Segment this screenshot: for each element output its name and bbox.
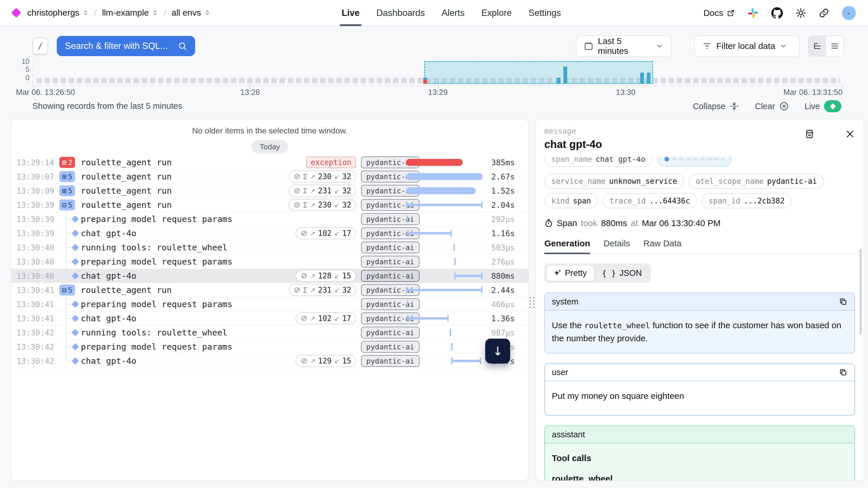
scroll-to-bottom-button[interactable]: ↓	[485, 339, 510, 363]
log-row[interactable]: 13:30:40preparing model request paramspy…	[11, 255, 528, 269]
nav-tab-alerts[interactable]: Alerts	[441, 0, 464, 26]
timeline-bar-segment	[563, 67, 567, 84]
tree-view-icon[interactable]	[809, 36, 826, 56]
nav-tab-live[interactable]: Live	[342, 0, 360, 26]
list-view-icon[interactable]	[826, 36, 843, 56]
time-range-dropdown[interactable]: Last 5 minutes	[576, 35, 672, 57]
log-row[interactable]: 13:30:41⊟5roulette_agent runΣ↗231↙32pyda…	[11, 283, 528, 297]
input-tokens-arrow-icon: ↗	[310, 230, 315, 237]
log-timestamp: 13:30:41	[17, 300, 54, 309]
log-row[interactable]: 13:30:41preparing model request paramspy…	[11, 297, 528, 312]
theme-icon[interactable]	[796, 8, 806, 18]
slack-icon[interactable]	[748, 7, 758, 19]
breadcrumb-item[interactable]: llm-example	[102, 8, 159, 18]
span-name: roulette_agent run	[81, 158, 172, 167]
bar-cap	[451, 357, 453, 364]
docs-link[interactable]: Docs	[704, 8, 735, 18]
attribute-pill: otel_scope_namepydantic-ai	[689, 174, 824, 189]
duration-text: 2.67s	[491, 172, 515, 181]
log-row[interactable]: 13:30:39chat gpt-4o↗102↙17pydantic-ai1.1…	[11, 226, 528, 240]
span-name: chat gpt-4o	[81, 228, 136, 238]
expand-collapse-badge[interactable]: ⊞5	[59, 185, 75, 196]
empty-notice: No older items in the selected time wind…	[11, 126, 528, 135]
sum-icon: Σ	[303, 201, 308, 209]
duration-bar-cell	[406, 212, 483, 226]
search-input[interactable]: Search & filter with SQL...	[57, 36, 195, 56]
tool-calls-heading: Tool calls	[552, 452, 847, 464]
sum-icon: Σ	[303, 187, 308, 195]
duration-text: 1.36s	[491, 314, 515, 323]
log-row[interactable]: 13:30:07⊞5roulette_agent runΣ↗230↙32pyda…	[11, 170, 528, 184]
timeline-selection-window[interactable]	[424, 61, 653, 84]
detail-scrollbar[interactable]	[859, 249, 862, 335]
timeline-bar-segment	[647, 73, 651, 84]
close-icon[interactable]	[845, 129, 855, 139]
attribute-value: pydantic-ai	[767, 177, 817, 186]
child-count: 5	[68, 187, 72, 195]
span-name: preparing model request params	[81, 214, 232, 224]
expand-collapse-badge[interactable]: ⊞5	[59, 171, 75, 182]
timeline-x-label: Mar 06. 13:31:50	[783, 88, 842, 97]
copy-icon[interactable]	[839, 368, 847, 377]
log-row[interactable]: 13:30:09⊞5roulette_agent runΣ↗231↙32pyda…	[11, 184, 528, 198]
breadcrumb-item[interactable]: all envs	[172, 8, 211, 18]
log-row[interactable]: 13:30:42chat gpt-4o↗129↙15pydantic-ai1.0…	[11, 354, 528, 368]
log-timestamp: 13:29:14	[17, 158, 54, 167]
span-diamond-icon	[71, 230, 79, 237]
link-icon[interactable]	[825, 129, 835, 139]
avatar[interactable]: -	[842, 6, 856, 20]
inbox-icon[interactable]	[805, 129, 814, 139]
expand-collapse-badge[interactable]: ⊟5	[59, 285, 75, 295]
bar-cap	[406, 287, 407, 293]
log-row[interactable]: 13:30:40chat gpt-4o↗128↙15pydantic-ai880…	[11, 269, 528, 283]
updown-icon	[82, 9, 89, 16]
output-tokens-arrow-icon: ↙	[334, 201, 339, 209]
duration-bar	[406, 187, 476, 194]
clear-label: Clear	[755, 102, 775, 111]
log-row[interactable]: 13:30:41chat gpt-4o↗102↙17pydantic-ai1.3…	[11, 312, 528, 326]
log-timestamp: 13:30:41	[17, 286, 54, 295]
duration-text: 503µs	[491, 243, 515, 252]
live-toggle[interactable]	[824, 100, 841, 112]
nav-tab-dashboards[interactable]: Dashboards	[376, 0, 425, 26]
log-row[interactable]: 13:30:42running tools: roulette_wheelpyd…	[11, 326, 528, 340]
log-timestamp: 13:30:07	[17, 172, 54, 181]
log-row[interactable]: 13:30:39⊟5roulette_agent runΣ↗230↙32pyda…	[11, 198, 528, 212]
bar-cap	[481, 201, 483, 208]
log-row[interactable]: 13:30:40running tools: roulette_wheelpyd…	[11, 240, 528, 255]
input-tokens: 230	[318, 201, 332, 209]
span-name: preparing model request params	[81, 299, 232, 309]
nav-tab-settings[interactable]: Settings	[529, 0, 561, 26]
span-name: chat gpt-4o	[81, 356, 136, 366]
github-icon[interactable]	[771, 7, 783, 19]
log-row[interactable]: 13:30:42preparing model request paramspy…	[11, 340, 528, 354]
tab-generation[interactable]: Generation	[544, 238, 590, 254]
view-mode-json[interactable]: { }JSON	[595, 265, 649, 281]
share-link-icon[interactable]	[819, 8, 829, 18]
timeline-x-label: Mar 06. 13:26:50	[16, 88, 75, 97]
tab-details[interactable]: Details	[603, 238, 630, 254]
copy-icon[interactable]	[839, 297, 847, 306]
duration-tick	[407, 300, 408, 308]
clear-button[interactable]: Clear	[755, 101, 789, 111]
view-mode-pretty[interactable]: Pretty	[546, 265, 594, 281]
duration-line-text: at	[631, 218, 638, 228]
nav-tab-explore[interactable]: Explore	[481, 0, 512, 26]
timeline-y-tick: 0	[18, 73, 30, 82]
panel-splitter-handle[interactable]	[530, 297, 535, 308]
collapse-button[interactable]: Collapse	[693, 101, 739, 111]
attribute-pill: span_id...2cb382	[702, 193, 791, 208]
breadcrumb-item[interactable]: christophergs	[27, 8, 89, 18]
bar-cap	[407, 230, 409, 237]
tokens-icon	[293, 187, 301, 194]
expand-collapse-badge[interactable]: ⊟5	[59, 199, 75, 210]
collapse-icon: ⊟	[62, 286, 67, 294]
duration-tick	[407, 215, 408, 223]
log-row[interactable]: 13:30:39preparing model request paramspy…	[11, 212, 528, 226]
tab-raw-data[interactable]: Raw Data	[643, 238, 682, 254]
expand-collapse-badge[interactable]: ⊞2	[59, 157, 75, 168]
updown-icon	[204, 9, 211, 16]
filter-local-data-dropdown[interactable]: Filter local data	[694, 35, 800, 57]
duration-tick	[451, 343, 453, 351]
log-row[interactable]: 13:29:14⊞2roulette_agent runexceptionpyd…	[11, 156, 528, 170]
